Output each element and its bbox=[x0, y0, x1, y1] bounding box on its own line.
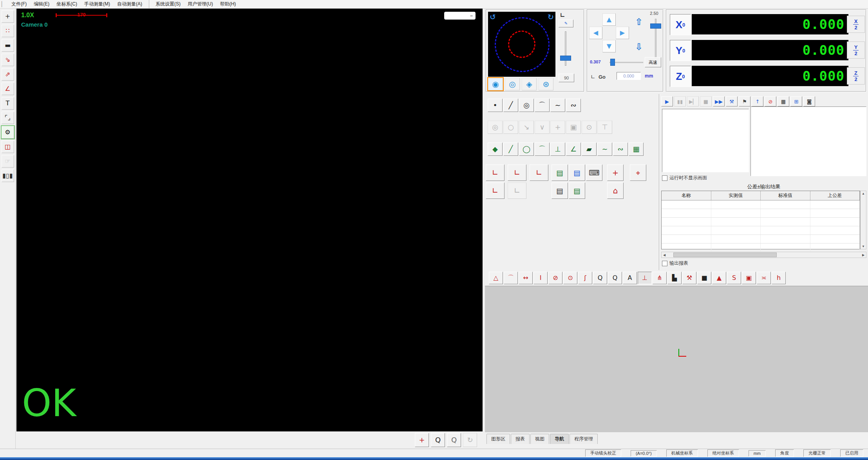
scroll-down-icon[interactable]: ▼ bbox=[862, 245, 865, 248]
text-tool-icon[interactable]: T bbox=[2, 97, 14, 110]
table-row[interactable] bbox=[662, 244, 860, 252]
results-table[interactable]: 名称实测值标准值上公差 bbox=[661, 191, 860, 249]
step-button[interactable]: ▶▏ bbox=[687, 96, 699, 106]
rotate-ccw-icon[interactable]: ↺ bbox=[490, 13, 496, 21]
fast-speed-button[interactable]: 高速 bbox=[645, 57, 661, 67]
light-pen-button[interactable]: ✎ bbox=[559, 20, 573, 27]
checkbox-icon[interactable] bbox=[662, 261, 667, 266]
text-label-button[interactable]: A bbox=[623, 272, 637, 284]
edit-flag-button[interactable]: ⚑ bbox=[739, 96, 750, 106]
grid-red-button[interactable]: ▣ bbox=[742, 272, 756, 284]
curve-fit-button[interactable]: ʃ bbox=[578, 272, 592, 284]
pan-view-button[interactable]: + bbox=[415, 433, 429, 447]
h-tool-button[interactable]: h bbox=[772, 272, 786, 284]
construct-circle-button[interactable]: ◯ bbox=[519, 143, 534, 156]
jog-down-button[interactable]: ▼ bbox=[602, 40, 616, 52]
arc-tool-button[interactable]: ⌒ bbox=[535, 99, 550, 112]
go-distance-field[interactable]: 0.000 bbox=[617, 72, 641, 80]
hand-tool-icon[interactable]: ☞ bbox=[2, 155, 14, 168]
selection-tool-icon[interactable]: ⌜⌟ bbox=[2, 112, 14, 124]
z-up-button[interactable]: ⇧ bbox=[631, 15, 646, 29]
menu-item[interactable]: 文件(F) bbox=[8, 0, 30, 8]
point-tool-button[interactable]: • bbox=[488, 99, 503, 112]
auto-cross-button[interactable]: + bbox=[550, 121, 565, 134]
stamp-tool-button[interactable]: ▙ bbox=[667, 272, 682, 284]
line-probe-icon[interactable]: ▬ bbox=[2, 39, 14, 52]
multi-segment-light-icon[interactable]: ⊛ bbox=[539, 78, 553, 90]
output-report-option[interactable]: 输出报表 bbox=[662, 260, 688, 267]
z-down-button[interactable]: ⇩ bbox=[631, 40, 646, 54]
coord-align-axis-button[interactable]: ∟ bbox=[508, 164, 526, 181]
inner-ring-light[interactable] bbox=[508, 31, 535, 58]
half-value-button[interactable]: Y2 bbox=[847, 41, 865, 59]
table-vertical-scrollbar[interactable]: ▲▼ bbox=[860, 191, 866, 249]
tab-navigation[interactable]: 导航 bbox=[550, 434, 569, 444]
tools-button[interactable]: ⚒ bbox=[726, 96, 738, 106]
capture-film-button[interactable]: ◙ bbox=[803, 96, 815, 106]
tab-graphics[interactable]: 图形区 bbox=[486, 434, 510, 444]
coord-preset-button[interactable]: ∟ bbox=[530, 164, 548, 181]
arc-measure-button[interactable]: ⌒ bbox=[504, 272, 518, 284]
coord-translate-button[interactable]: ∟ bbox=[486, 182, 505, 199]
tab-report[interactable]: 报表 bbox=[511, 434, 530, 444]
light-ring-display[interactable]: ↺ ↻ bbox=[488, 12, 555, 77]
move-up-button[interactable]: ↑ bbox=[752, 96, 763, 106]
menu-item[interactable]: 自动测量(A) bbox=[114, 0, 146, 8]
pc-monitor-button[interactable]: ▦ bbox=[778, 96, 789, 106]
fine-speed-thumb[interactable] bbox=[610, 59, 615, 66]
menu-item[interactable]: 用户管理(U) bbox=[184, 0, 217, 8]
cone-tool-button[interactable]: ▲ bbox=[712, 272, 726, 284]
camera-overlay-minimize[interactable]: – bbox=[444, 12, 476, 20]
light-slider-thumb[interactable] bbox=[560, 56, 571, 61]
h-distance-button[interactable]: ↔ bbox=[519, 272, 533, 284]
go-label[interactable]: Go bbox=[599, 74, 606, 80]
table-row[interactable] bbox=[662, 226, 860, 235]
settings-gear-icon[interactable]: ⚙ bbox=[2, 126, 14, 139]
record-camera-dark-button[interactable]: ▤ bbox=[552, 182, 568, 199]
circle-distance-button[interactable]: ⊙ bbox=[563, 272, 577, 284]
checkbox-icon[interactable] bbox=[662, 175, 667, 181]
table-row[interactable] bbox=[662, 218, 860, 226]
tab-program-manager[interactable]: 程序管理 bbox=[570, 434, 598, 444]
square-tool-button[interactable]: ■ bbox=[697, 272, 711, 284]
coord-clear-button[interactable]: ∟ bbox=[508, 182, 526, 199]
balance-tool-button[interactable]: ≍ bbox=[757, 272, 771, 284]
barcode-icon[interactable]: ▮▯▮ bbox=[2, 170, 14, 182]
record-keyboard-button[interactable]: ⌨ bbox=[586, 164, 602, 181]
coord-set-origin-button[interactable]: ∟ bbox=[486, 164, 505, 181]
menu-item[interactable]: 系统设置(S) bbox=[149, 0, 184, 8]
scroll-thumb[interactable] bbox=[673, 253, 777, 257]
quad-light-icon[interactable]: ◈ bbox=[522, 78, 537, 90]
pick-point-button[interactable]: ⋔ bbox=[653, 272, 667, 284]
construct-distance-button[interactable]: ⊥ bbox=[550, 143, 565, 156]
auto-tee-button[interactable]: ⊤ bbox=[597, 121, 612, 134]
tab-view[interactable]: 视图 bbox=[530, 434, 549, 444]
auto-polygon-button[interactable]: ○ bbox=[503, 121, 518, 134]
camera-view[interactable]: 1.0X Camera 0 170 OK – bbox=[16, 9, 483, 431]
construct-grid-button[interactable]: ▦ bbox=[629, 143, 644, 156]
table-header-cell[interactable]: 实测值 bbox=[711, 191, 761, 200]
table-row[interactable] bbox=[662, 200, 860, 209]
auto-image-button[interactable]: ▣ bbox=[566, 121, 581, 134]
run-button[interactable]: ▶ bbox=[661, 96, 673, 106]
half-value-button[interactable]: Z2 bbox=[847, 67, 865, 85]
video-camera-icon[interactable]: ◫ bbox=[2, 141, 14, 153]
menu-item[interactable]: 帮助(H) bbox=[217, 0, 240, 8]
construct-point-button[interactable]: ◆ bbox=[488, 143, 503, 156]
rotate-view-button[interactable]: ↻ bbox=[463, 433, 477, 447]
construct-plane-button[interactable]: ▰ bbox=[582, 143, 597, 156]
diameter-button[interactable]: ⊘ bbox=[548, 272, 562, 284]
probe-path-button[interactable]: ⌖ bbox=[630, 164, 646, 181]
go-home-button[interactable]: ⌂ bbox=[607, 182, 624, 199]
auto-trace-button[interactable]: ↘ bbox=[519, 121, 534, 134]
crosshair-tool-icon[interactable]: + bbox=[2, 10, 14, 23]
angle-tool-icon[interactable]: ∠ bbox=[2, 83, 14, 95]
jog-left-button[interactable]: ◀ bbox=[589, 27, 602, 39]
table-row[interactable] bbox=[662, 209, 860, 218]
zoom-region-button[interactable]: Q bbox=[608, 272, 622, 284]
table-horizontal-scrollbar[interactable]: ◀ ▶ bbox=[661, 252, 866, 258]
zoom-fit-button[interactable]: Q bbox=[447, 433, 461, 447]
pause-button[interactable]: ▮▮ bbox=[674, 96, 686, 106]
hammer-tool-button[interactable]: ⚒ bbox=[682, 272, 696, 284]
zoom-window-button[interactable]: Q bbox=[431, 433, 445, 447]
